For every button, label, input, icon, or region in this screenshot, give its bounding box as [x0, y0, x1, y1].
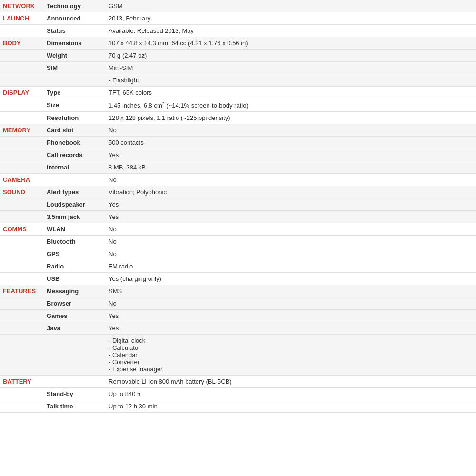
sim-label: SIM: [43, 62, 105, 74]
body-sim-row: SIM Mini-SIM: [0, 62, 476, 74]
empty-section: [0, 112, 43, 124]
empty-section: [0, 298, 43, 310]
sound-jack-row: 3.5mm jack Yes: [0, 211, 476, 223]
comms-wlan-row: COMMS WLAN No: [0, 223, 476, 236]
comms-usb-row: USB Yes (charging only): [0, 273, 476, 285]
alerttypes-label: Alert types: [43, 186, 105, 198]
dimensions-label: Dimensions: [43, 37, 105, 50]
empty-section: [0, 260, 43, 273]
java-label: Java: [43, 322, 105, 335]
type-label: Type: [43, 87, 105, 99]
browser-value: No: [105, 298, 476, 310]
standby-label: Stand-by: [43, 388, 105, 400]
wlan-value: No: [105, 223, 476, 236]
empty-section: [0, 322, 43, 335]
empty-section: [0, 388, 43, 400]
alerttypes-value: Vibration; Polyphonic: [105, 186, 476, 198]
empty-section: [0, 161, 43, 174]
loudspeaker-value: Yes: [105, 198, 476, 211]
empty-section: [0, 198, 43, 211]
type-value: TFT, 65K colors: [105, 87, 476, 99]
features-messaging-row: FEATURES Messaging SMS: [0, 285, 476, 298]
empty-section: [0, 50, 43, 62]
sound-alerttypes-row: SOUND Alert types Vibration; Polyphonic: [0, 186, 476, 198]
features-browser-row: Browser No: [0, 298, 476, 310]
display-size-row: Size 1.45 inches, 6.8 cm2 (~14.1% screen…: [0, 99, 476, 112]
games-label: Games: [43, 310, 105, 322]
comms-section-label: COMMS: [0, 223, 43, 236]
launch-status-row: Status Available. Released 2013, May: [0, 25, 476, 37]
battery-talktime-row: Talk time Up to 12 h 30 min: [0, 400, 476, 413]
empty-section: [0, 310, 43, 322]
weight-label: Weight: [43, 50, 105, 62]
bluetooth-value: No: [105, 236, 476, 248]
body-section-label: BODY: [0, 37, 43, 50]
battery-main-value: Removable Li-Ion 800 mAh battery (BL-5CB…: [105, 376, 476, 388]
empty-section: [0, 137, 43, 149]
display-type-row: DISPLAY Type TFT, 65K colors: [0, 87, 476, 99]
jack-value: Yes: [105, 211, 476, 223]
java-value: Yes: [105, 322, 476, 335]
body-dimensions-row: BODY Dimensions 107 x 44.8 x 14.3 mm, 64…: [0, 37, 476, 50]
flashlight-value: - Flashlight: [105, 74, 476, 87]
network-technology-row: NETWORK Technology GSM: [0, 0, 476, 12]
empty-section: [0, 74, 43, 87]
empty-section: [0, 273, 43, 285]
messaging-label: Messaging: [43, 285, 105, 298]
usb-value: Yes (charging only): [105, 273, 476, 285]
camera-empty-label: [43, 174, 105, 186]
loudspeaker-label: Loudspeaker: [43, 198, 105, 211]
launch-announced-row: LAUNCH Announced 2013, February: [0, 12, 476, 25]
bluetooth-label: Bluetooth: [43, 236, 105, 248]
phonebook-label: Phonebook: [43, 137, 105, 149]
internal-value: 8 MB, 384 kB: [105, 161, 476, 174]
empty-label: [43, 74, 105, 87]
battery-standby-row: Stand-by Up to 840 h: [0, 388, 476, 400]
empty-section: [0, 62, 43, 74]
memory-callrecords-row: Call records Yes: [0, 149, 476, 161]
features-section-label: FEATURES: [0, 285, 43, 298]
launch-section-label: LAUNCH: [0, 12, 43, 25]
extras-value: - Digital clock - Calculator - Calendar …: [105, 335, 476, 376]
talktime-label: Talk time: [43, 400, 105, 413]
resolution-value: 128 x 128 pixels, 1:1 ratio (~125 ppi de…: [105, 112, 476, 124]
wlan-label: WLAN: [43, 223, 105, 236]
memory-internal-row: Internal 8 MB, 384 kB: [0, 161, 476, 174]
gps-label: GPS: [43, 248, 105, 260]
empty-section: [0, 25, 43, 37]
camera-row: CAMERA No: [0, 174, 476, 186]
jack-label: 3.5mm jack: [43, 211, 105, 223]
features-extras-row: - Digital clock - Calculator - Calendar …: [0, 335, 476, 376]
empty-section: [0, 248, 43, 260]
sim-value: Mini-SIM: [105, 62, 476, 74]
comms-gps-row: GPS No: [0, 248, 476, 260]
phonebook-value: 500 contacts: [105, 137, 476, 149]
callrecords-label: Call records: [43, 149, 105, 161]
features-games-row: Games Yes: [0, 310, 476, 322]
network-section-label: NETWORK: [0, 0, 43, 12]
gps-value: No: [105, 248, 476, 260]
size-value: 1.45 inches, 6.8 cm2 (~14.1% screen-to-b…: [105, 99, 476, 112]
display-section-label: DISPLAY: [0, 87, 43, 99]
body-flashlight-row: - Flashlight: [0, 74, 476, 87]
announced-label: Announced: [43, 12, 105, 25]
comms-bluetooth-row: Bluetooth No: [0, 236, 476, 248]
technology-value: GSM: [105, 0, 476, 12]
memory-phonebook-row: Phonebook 500 contacts: [0, 137, 476, 149]
status-value: Available. Released 2013, May: [105, 25, 476, 37]
camera-value: No: [105, 174, 476, 186]
messaging-value: SMS: [105, 285, 476, 298]
cardslot-value: No: [105, 124, 476, 137]
empty-label: [43, 335, 105, 376]
weight-value: 70 g (2.47 oz): [105, 50, 476, 62]
usb-label: USB: [43, 273, 105, 285]
empty-section: [0, 211, 43, 223]
camera-section-label: CAMERA: [0, 174, 43, 186]
empty-section: [0, 236, 43, 248]
comms-radio-row: Radio FM radio: [0, 260, 476, 273]
empty-section: [0, 335, 43, 376]
status-label: Status: [43, 25, 105, 37]
browser-label: Browser: [43, 298, 105, 310]
battery-empty-label: [43, 376, 105, 388]
talktime-value: Up to 12 h 30 min: [105, 400, 476, 413]
